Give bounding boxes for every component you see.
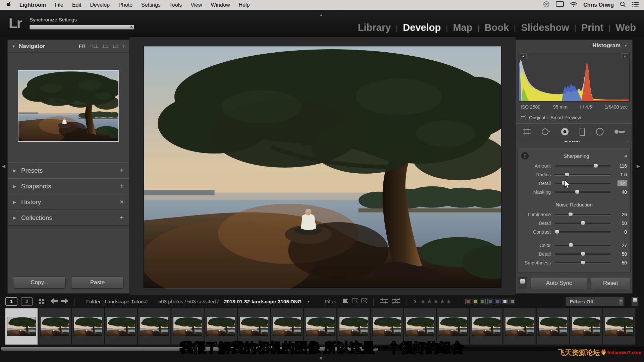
slider-thumb[interactable] [581, 260, 585, 265]
section-presets[interactable]: ▶Presets+ [8, 163, 129, 178]
zoom-mode-fit[interactable]: FIT [79, 44, 86, 49]
slider-track[interactable] [555, 214, 611, 215]
slider-track[interactable] [555, 174, 611, 175]
slider-track[interactable] [555, 245, 611, 246]
collapse-left-panel-icon[interactable]: ◀ [0, 37, 7, 295]
grid-view-icon[interactable] [39, 299, 44, 304]
current-filename[interactable]: 2018-01-32-landscape-3106.DNG [224, 299, 302, 304]
slider-value[interactable]: 50 [611, 260, 627, 265]
module-print[interactable]: Print [581, 22, 603, 33]
module-slideshow[interactable]: Slideshow [521, 22, 569, 33]
unedited-filter-icon[interactable] [392, 298, 400, 305]
previous-photo-icon[interactable] [50, 298, 58, 305]
histogram-chart[interactable]: ▲ ▲ [519, 52, 630, 102]
list-icon[interactable] [632, 2, 639, 8]
filters-stepper-icon[interactable]: ⇕ [618, 298, 624, 305]
main-photo[interactable] [144, 46, 501, 289]
color-label-2[interactable] [480, 299, 486, 304]
navigator-header[interactable]: ▼ Navigator FITFILL1:11:3 ⇕ [8, 40, 129, 53]
cancel-task-icon[interactable]: × [130, 24, 133, 29]
next-photo-icon[interactable] [61, 298, 68, 305]
section-collections[interactable]: ▶Collections+ [8, 210, 129, 226]
copy-button[interactable]: Copy... [13, 277, 66, 289]
flag-unflagged-icon[interactable] [352, 298, 358, 304]
red-eye-icon[interactable] [560, 127, 570, 138]
highlight-clipping-icon[interactable]: ▲ [622, 53, 628, 59]
slider-thumb[interactable] [569, 243, 573, 247]
menu-develop[interactable]: Develop [90, 2, 110, 8]
main-window-button[interactable]: 1 [5, 297, 17, 306]
spot-removal-icon[interactable] [541, 127, 550, 137]
histogram-header[interactable]: Histogram ▼ [516, 40, 632, 51]
panel-preview-toggle-icon[interactable]: ◀ [624, 154, 627, 158]
slider-thumb[interactable] [581, 221, 585, 225]
wifi-icon[interactable] [570, 2, 577, 9]
menu-settings[interactable]: Settings [141, 2, 161, 8]
shadow-clipping-icon[interactable]: ▲ [520, 53, 527, 59]
color-label-6[interactable] [509, 299, 515, 304]
slider-track[interactable] [555, 253, 611, 255]
collapse-filmstrip-icon[interactable]: ▼ [319, 356, 323, 361]
filename-dropdown-icon[interactable]: ▼ [307, 300, 310, 303]
color-label-3[interactable] [487, 299, 493, 304]
slider-value[interactable]: 50 [611, 221, 627, 226]
color-label-0[interactable] [465, 299, 471, 304]
filters-dropdown[interactable]: Filters Off ⇕ [566, 297, 625, 306]
auto-sync-toggle[interactable] [518, 277, 527, 289]
slider-thumb[interactable] [565, 172, 570, 177]
slider-thumb[interactable] [593, 164, 598, 168]
radial-filter-icon[interactable] [595, 127, 604, 138]
add-icon[interactable]: + [120, 214, 124, 222]
section-snapshots[interactable]: ▶Snapshots+ [8, 178, 129, 194]
warning-icon[interactable]: ! [521, 152, 529, 160]
slider-track[interactable] [555, 231, 611, 233]
display-icon[interactable] [556, 1, 564, 9]
graduated-filter-icon[interactable] [579, 127, 585, 137]
second-window-button[interactable]: 2 [21, 297, 33, 306]
navigator-panel-switch-icon[interactable]: ⇕ [122, 44, 125, 49]
module-library[interactable]: Library [358, 22, 391, 33]
paste-button[interactable]: Paste [71, 277, 124, 289]
module-develop[interactable]: Develop [403, 22, 441, 33]
auto-sync-button[interactable]: Auto Sync [531, 277, 587, 289]
folder-breadcrumb[interactable]: Folder : Landscape-Tutorial [86, 299, 148, 304]
slider-track[interactable] [555, 165, 611, 167]
slider-thumb[interactable] [568, 212, 573, 217]
add-icon[interactable]: + [120, 182, 124, 190]
slider-value[interactable]: 116 [611, 163, 627, 169]
color-label-5[interactable] [502, 299, 508, 304]
rating-operator[interactable]: ≥ [414, 298, 417, 304]
slider-track[interactable] [555, 262, 611, 263]
slider-thumb[interactable] [555, 230, 559, 234]
filters-toggle[interactable] [631, 297, 639, 306]
zoom-mode-1:3[interactable]: 1:3 [112, 44, 118, 49]
collapse-top-panel-icon[interactable]: ▲ [319, 13, 323, 17]
slider-value[interactable]: 26 [611, 212, 627, 217]
menu-view[interactable]: View [191, 2, 202, 8]
menu-help[interactable]: Help [238, 2, 250, 8]
detail-panel-header-clipped[interactable]: Detail ▶ [516, 141, 632, 147]
slider-thumb[interactable] [575, 190, 580, 194]
menu-bar-username[interactable]: Chris Orwig [583, 2, 614, 8]
color-label-1[interactable] [473, 299, 478, 304]
slider-value[interactable]: 50 [611, 251, 627, 257]
slider-value[interactable]: 1.0 [611, 172, 627, 177]
reset-button[interactable]: Reset [591, 277, 630, 289]
module-book[interactable]: Book [485, 22, 509, 33]
crop-tool-icon[interactable] [523, 127, 531, 137]
slider-track[interactable] [555, 183, 611, 184]
adjustment-brush-icon[interactable] [614, 129, 626, 136]
clear-icon[interactable]: × [120, 198, 124, 206]
add-icon[interactable]: + [120, 167, 124, 174]
slider-value[interactable]: 27 [611, 243, 627, 248]
slider-value[interactable]: 12 [611, 181, 627, 186]
menu-window[interactable]: Window [211, 2, 230, 8]
zoom-mode-1:1[interactable]: 1:1 [102, 44, 108, 49]
flag-picked-icon[interactable] [342, 298, 348, 304]
menu-tools[interactable]: Tools [169, 2, 182, 8]
flag-rejected-icon[interactable] [361, 298, 367, 304]
sync-progress-bar[interactable]: × [30, 25, 134, 29]
zoom-mode-fill[interactable]: FILL [90, 44, 98, 49]
section-history[interactable]: ▶History× [8, 194, 129, 210]
apple-icon[interactable] [5, 1, 11, 9]
